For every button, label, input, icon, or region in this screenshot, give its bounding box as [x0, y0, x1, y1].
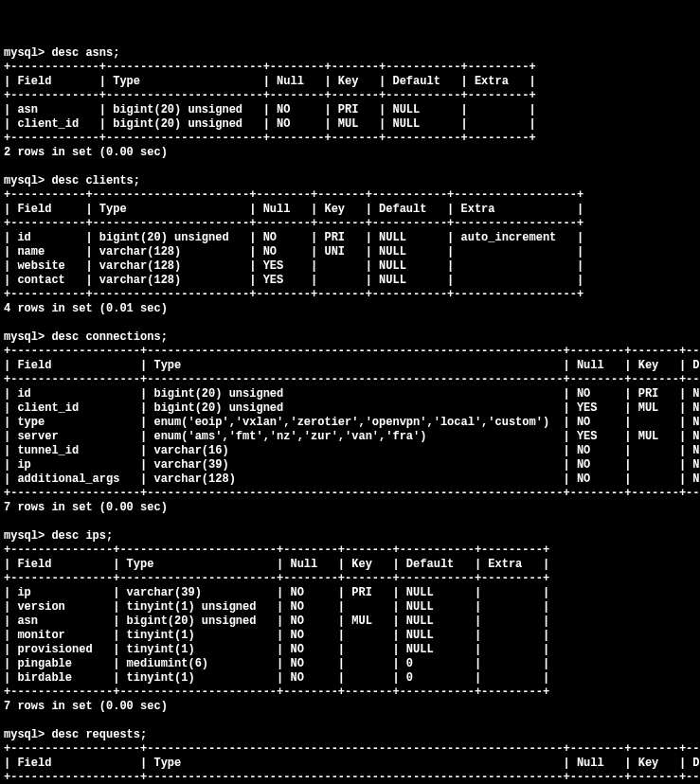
terminal-output: mysql> desc asns; +-------------+-------…	[4, 46, 696, 784]
